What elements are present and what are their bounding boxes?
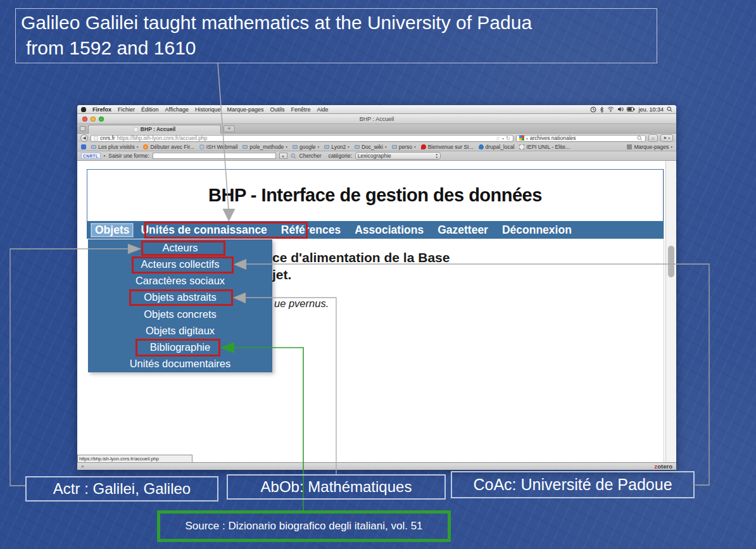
tab-bhp-accueil[interactable]: BHP : Accueil: [88, 125, 221, 134]
volume-icon[interactable]: [617, 106, 624, 112]
slide-title-line2: from 1592 and 1610: [21, 35, 657, 61]
spotlight-icon[interactable]: [667, 106, 672, 112]
menu-aide[interactable]: Aide: [317, 106, 329, 113]
bookmark-bienvenue-sur-si[interactable]: Bienvenue sur SI...: [421, 144, 474, 150]
menu-fichier[interactable]: Fichier: [118, 106, 135, 113]
window-titlebar[interactable]: BHP : Accueil: [77, 114, 676, 124]
page-title: BHP - Interface de gestion des données: [208, 185, 542, 206]
url-text[interactable]: https://bhp.ish-lyon.cnrs.fr/accueil.php: [117, 135, 494, 141]
chevron-down-icon[interactable]: ▾: [104, 154, 106, 158]
cnrtl-dropdown-button[interactable]: ▾: [279, 153, 287, 159]
page-text-fragment-1: ce d'alimentation de la Base: [272, 250, 450, 265]
site-icon: [421, 144, 426, 149]
slide-title: Galileo Galilei taught mathematics at th…: [15, 8, 657, 63]
back-button[interactable]: ◀: [80, 134, 88, 142]
site-favicon: [94, 136, 98, 141]
zoom-window-button[interactable]: [99, 117, 104, 122]
cnrtl-search-button[interactable]: Chercher: [299, 153, 322, 159]
menu-marque-pages[interactable]: Marque-pages: [227, 106, 263, 113]
menu-item-objets-concrets[interactable]: Objets concrets: [88, 306, 272, 322]
bookmark-iepi-unil[interactable]: IEPI UNIL - Elite...: [519, 144, 570, 150]
bookmark-ish-webmail[interactable]: ISH Webmail: [199, 144, 237, 150]
bookmark-les-plus-visites[interactable]: Les plus visités▾: [91, 144, 138, 150]
nav-deconnexion[interactable]: Déconnexion: [495, 224, 579, 237]
slide-title-line1: Galileo Galilei taught mathematics at th…: [21, 10, 657, 35]
url-field[interactable]: cnrs.fr https://bhp.ish-lyon.cnrs.fr/acc…: [91, 135, 513, 142]
search-magnifier-icon[interactable]: [637, 136, 643, 141]
google-icon: [519, 136, 524, 141]
cnrtl-category-select[interactable]: Lexicographie ▲▼: [355, 152, 441, 160]
url-dropdown-icon[interactable]: ▾: [502, 136, 504, 141]
select-stepper-icon: ▲▼: [435, 153, 438, 159]
menu-outils[interactable]: Outils: [270, 106, 285, 113]
highlight-objets-abstraits: [129, 289, 233, 306]
menu-firefox[interactable]: Firefox: [92, 106, 111, 113]
scrollbar-thumb[interactable]: [668, 246, 674, 277]
bookmarks-all-button[interactable]: [81, 144, 86, 149]
bluetooth-icon[interactable]: [600, 106, 604, 113]
window-title: BHP : Accueil: [77, 116, 676, 122]
bookmarks-menu-button[interactable]: Marque-pages▾: [627, 144, 672, 150]
menu-edition[interactable]: Édition: [141, 106, 159, 113]
folder-icon: [293, 145, 298, 149]
page-text-fragment-3: ue pvernus.: [274, 298, 329, 310]
bookmark-folder-pole-methode[interactable]: pole_methode▾: [243, 144, 287, 150]
share-button[interactable]: ➤▾: [660, 134, 673, 142]
menu-historique[interactable]: Historique: [195, 106, 221, 113]
apple-icon[interactable]: [81, 107, 86, 112]
bookmark-folder-doc-wiki[interactable]: Doc_wiki▾: [355, 144, 387, 150]
reload-icon[interactable]: ↻: [506, 136, 510, 141]
close-window-button[interactable]: [82, 117, 87, 122]
zotero-button[interactable]: zotero: [655, 463, 673, 470]
tab-title: BHP : Accueil: [141, 126, 175, 132]
slide: Galileo Galilei taught mathematics at th…: [0, 0, 756, 549]
clock-icon[interactable]: [590, 106, 596, 113]
folder-icon: [392, 145, 397, 149]
new-tab-button[interactable]: +: [224, 125, 235, 132]
chevron-down-icon: ▾: [385, 145, 387, 149]
chevron-down-icon: ▾: [348, 145, 350, 149]
chevron-down-icon: ▾: [318, 145, 320, 149]
menu-affichage[interactable]: Affichage: [165, 106, 189, 113]
minimize-window-button[interactable]: [91, 117, 96, 122]
menu-item-caracteres-sociaux[interactable]: Caractères sociaux: [88, 273, 272, 289]
highlight-bibliographie: [135, 339, 220, 357]
bookmark-drupal-local[interactable]: drupal_local: [479, 144, 515, 150]
bookmark-star-icon[interactable]: ☆: [496, 136, 500, 141]
cnrtl-logo[interactable]: CNRTL: [81, 153, 101, 159]
menubar-clock[interactable]: jeu. 10:34: [638, 106, 664, 113]
search-field[interactable]: ▾ archives nationales: [516, 135, 646, 142]
wifi-icon[interactable]: [607, 106, 614, 112]
home-button[interactable]: ⌂: [648, 134, 658, 142]
bookmark-folder-google[interactable]: google▾: [293, 144, 319, 150]
label-source: Source : Dizionario biografico degli ita…: [157, 510, 451, 542]
folder-icon: [324, 145, 329, 149]
nav-objets[interactable]: Objets: [91, 223, 134, 237]
label-actr: Actr : Galilei, Galileo: [25, 476, 218, 502]
battery-icon[interactable]: [627, 107, 635, 111]
folder-icon: [91, 145, 96, 149]
chevron-down-icon: ▾: [137, 145, 139, 149]
search-input[interactable]: archives nationales: [530, 135, 635, 141]
menu-item-unites-documentaires[interactable]: Unités documentaires: [88, 356, 272, 372]
bookmarks-bar: Les plus visités▾ Débuter avec Fir... IS…: [77, 142, 676, 151]
menu-fenetre[interactable]: Fenêtre: [291, 106, 311, 113]
bookmark-folder-perso[interactable]: perso▾: [392, 144, 416, 150]
macos-menubar: Firefox Fichier Édition Affichage Histor…: [77, 105, 676, 114]
bookmark-debuter-avec-firefox[interactable]: Débuter avec Fir...: [143, 144, 194, 150]
nav-associations[interactable]: Associations: [348, 224, 431, 237]
page-icon: [519, 144, 524, 149]
site-identity[interactable]: cnrs.fr: [100, 135, 115, 141]
page-right-border: [664, 169, 664, 462]
addon-statusbar: × zotero: [77, 462, 676, 470]
cnrtl-form-input[interactable]: [153, 153, 276, 159]
menu-item-objets-digitaux[interactable]: Objets digitaux: [88, 322, 272, 339]
chevron-down-icon: ▾: [414, 145, 416, 149]
scrollbar[interactable]: [665, 161, 676, 462]
tab-list-icon[interactable]: [80, 126, 85, 131]
search-engine-dropdown-icon[interactable]: ▾: [526, 136, 528, 141]
cnrtl-magnifier-icon[interactable]: [291, 153, 296, 159]
statusbar-close-icon[interactable]: ×: [81, 464, 84, 469]
bookmark-folder-lyon2[interactable]: Lyon2▾: [324, 144, 350, 150]
nav-gazetteer[interactable]: Gazetteer: [431, 224, 495, 237]
